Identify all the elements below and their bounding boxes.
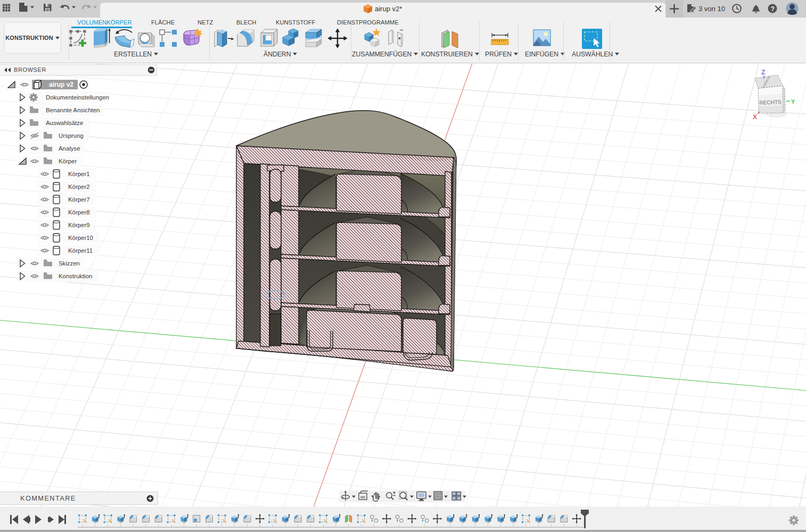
svg-text:Körper9: Körper9 — [68, 222, 90, 228]
svg-text:?: ? — [771, 5, 775, 13]
svg-text:Dokumenteinstellungen: Dokumenteinstellungen — [46, 94, 109, 101]
svg-text:Körper1: Körper1 — [68, 171, 90, 177]
svg-text:Benannte Ansichten: Benannte Ansichten — [46, 107, 100, 113]
svg-text:Körper: Körper — [59, 158, 77, 164]
svg-text:Analyse: Analyse — [59, 145, 80, 152]
svg-text:Y: Y — [791, 98, 795, 105]
svg-text:Skizzen: Skizzen — [59, 260, 80, 267]
svg-text:airup v2*: airup v2* — [375, 5, 402, 13]
svg-text:Körper11: Körper11 — [68, 247, 93, 254]
svg-text:Körper10: Körper10 — [68, 235, 93, 241]
svg-text:Z: Z — [761, 69, 765, 76]
svg-text:Körper2: Körper2 — [68, 184, 90, 190]
svg-text:Körper8: Körper8 — [68, 209, 90, 215]
svg-text:Auswahlsätze: Auswahlsätze — [46, 120, 83, 126]
svg-text:Körper7: Körper7 — [68, 196, 90, 203]
svg-text:airup v2: airup v2 — [49, 81, 73, 88]
svg-text:Ursprung: Ursprung — [59, 132, 84, 139]
svg-text:X: X — [753, 113, 757, 121]
svg-text:RECHTS: RECHTS — [759, 98, 782, 105]
svg-text:3 von 10: 3 von 10 — [698, 5, 725, 13]
svg-text:Konstruktion: Konstruktion — [59, 273, 92, 279]
